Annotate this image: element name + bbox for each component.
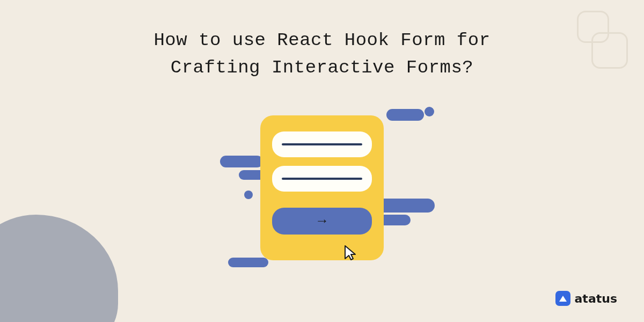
- illustration-input-2: [272, 166, 372, 192]
- page-title: How to use React Hook Form for Crafting …: [0, 27, 644, 82]
- form-illustration: →: [207, 105, 437, 276]
- illustration-submit-button: →: [272, 208, 372, 235]
- atatus-logo-icon: [555, 291, 570, 306]
- brand-logo: atatus: [555, 291, 617, 306]
- cursor-icon: [343, 245, 358, 265]
- decorative-blob: [0, 215, 118, 322]
- illustration-input-1: [272, 131, 372, 157]
- illustration-form-card: →: [260, 115, 384, 260]
- arrow-right-icon: →: [318, 213, 326, 229]
- title-line-2: Crafting Interactive Forms?: [171, 57, 473, 78]
- title-line-1: How to use React Hook Form for: [153, 30, 490, 50]
- brand-name: atatus: [575, 292, 617, 305]
